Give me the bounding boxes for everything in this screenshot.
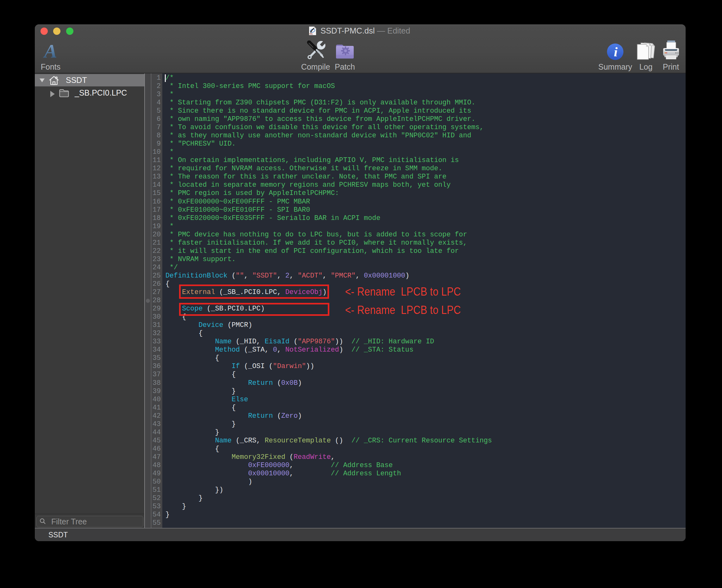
svg-text:i: i	[614, 44, 618, 59]
svg-text:DSL: DSL	[310, 33, 313, 35]
